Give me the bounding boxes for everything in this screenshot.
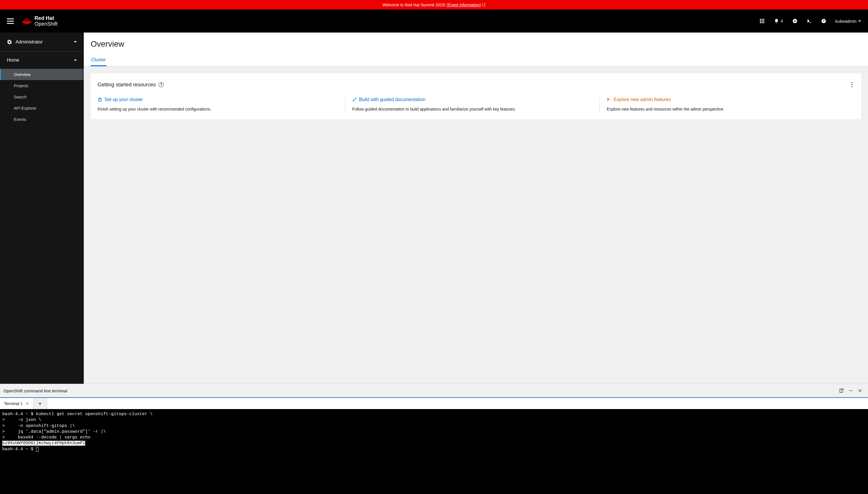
nav-toggle-button[interactable]: [7, 18, 14, 24]
notifications-button[interactable]: 4: [774, 18, 783, 24]
question-circle-icon: ?: [821, 18, 826, 24]
banner-link-text: (Event Information): [447, 3, 481, 7]
terminal-panel: OpenShift command line terminal Terminal…: [0, 384, 868, 494]
minimize-icon: [849, 388, 853, 393]
svg-rect-6: [760, 22, 761, 23]
getting-started-columns: Set up your clusterFinish setting up you…: [98, 97, 854, 112]
tab-cluster[interactable]: Cluster: [91, 54, 107, 66]
getting-started-column: Build with guided documentationFollow gu…: [345, 97, 600, 112]
import-button[interactable]: [792, 18, 797, 24]
nav-section-home[interactable]: Home: [0, 52, 84, 69]
card-actions-menu[interactable]: [850, 80, 854, 89]
perspective-switcher[interactable]: Administrator: [0, 33, 84, 52]
column-description: Follow guided documentation to build app…: [352, 106, 593, 112]
getting-started-column: Set up your clusterFinish setting up you…: [98, 97, 345, 112]
column-title: Explore new admin features: [614, 97, 671, 102]
terminal-tabs: Terminal 1 ✕ ＋: [0, 397, 868, 409]
caret-down-icon: [74, 41, 77, 43]
column-description: Explore new features and resources withi…: [607, 106, 847, 112]
username: kubeadmin: [835, 19, 856, 24]
banner-link[interactable]: (Event Information): [447, 3, 485, 7]
card-title: Getting started resources: [98, 82, 156, 88]
page-title: Overview: [84, 39, 868, 54]
terminal-tab[interactable]: Terminal 1 ✕: [0, 398, 33, 409]
body-row: Administrator Home OverviewProjectsSearc…: [0, 33, 868, 384]
terminal-tab-close[interactable]: ✕: [26, 401, 29, 406]
caret-down-icon: [858, 20, 861, 22]
brand-text: Red Hat OpenShift: [35, 16, 58, 26]
svg-rect-3: [760, 20, 761, 22]
chevron-down-icon: [74, 60, 77, 61]
svg-rect-7: [761, 22, 763, 23]
route-icon: [352, 97, 357, 102]
bell-icon: [774, 18, 779, 24]
terminal-minimize-button[interactable]: [846, 386, 855, 395]
app-launcher-button[interactable]: [759, 18, 765, 24]
sidebar: Administrator Home OverviewProjectsSearc…: [0, 33, 84, 384]
sidebar-item-projects[interactable]: Projects: [0, 80, 84, 91]
brand-line1: Red Hat: [35, 16, 58, 21]
user-menu-button[interactable]: kubeadmin: [835, 19, 861, 24]
sidebar-item-api-explorer[interactable]: API Explorer: [0, 102, 84, 114]
external-link-icon: [482, 3, 485, 7]
getting-started-link[interactable]: Set up your cluster: [98, 97, 338, 102]
terminal-button[interactable]: [807, 18, 812, 24]
sidebar-item-overview[interactable]: Overview: [0, 69, 84, 80]
getting-started-link[interactable]: Build with guided documentation: [352, 97, 593, 102]
grid-icon: [759, 18, 765, 24]
nav-section-label: Home: [7, 58, 74, 63]
masthead: Red Hat OpenShift 4 ? kubeadmin: [0, 10, 868, 33]
column-title: Set up your cluster: [104, 97, 143, 102]
banner-text: Welcome to Red Hat Summit 2023!: [383, 3, 445, 7]
flag-icon: [607, 97, 611, 102]
column-title: Build with guided documentation: [359, 97, 425, 102]
svg-rect-2: [763, 19, 765, 20]
terminal-body[interactable]: bash-4.4 ~ $ kubectl get secret openshif…: [0, 409, 868, 494]
terminal-close-button[interactable]: [855, 386, 865, 395]
redhat-hat-icon: [22, 17, 32, 25]
getting-started-link[interactable]: Explore new admin features: [607, 97, 847, 102]
brand-line2: OpenShift: [35, 21, 58, 26]
announcement-banner: Welcome to Red Hat Summit 2023! (Event I…: [0, 0, 868, 10]
help-button[interactable]: ?: [821, 18, 826, 24]
plus-circle-icon: [792, 18, 797, 24]
perspective-label: Administrator: [16, 39, 74, 45]
masthead-toolbar: 4 ? kubeadmin: [759, 18, 861, 24]
close-icon: [858, 388, 862, 393]
brand-logo[interactable]: Red Hat OpenShift: [22, 16, 58, 26]
content-area: Getting started resources ? Set up your …: [84, 66, 868, 384]
page-tabs: Cluster: [84, 54, 868, 66]
terminal-cursor: [36, 447, 39, 452]
help-icon[interactable]: ?: [159, 82, 164, 87]
svg-rect-4: [761, 20, 763, 22]
sidebar-item-search[interactable]: Search: [0, 91, 84, 102]
getting-started-card: Getting started resources ? Set up your …: [91, 73, 861, 119]
terminal-tab-label: Terminal 1: [4, 401, 23, 406]
gear-icon: [7, 39, 12, 45]
terminal-icon: [807, 18, 812, 24]
svg-rect-0: [760, 19, 761, 20]
column-description: Finish setting up your cluster with reco…: [98, 106, 338, 112]
sidebar-item-events[interactable]: Events: [0, 114, 84, 125]
svg-rect-8: [763, 22, 765, 23]
terminal-popout-button[interactable]: [837, 386, 846, 395]
getting-started-column: Explore new admin featuresExplore new fe…: [599, 97, 854, 112]
terminal-title: OpenShift command line terminal: [3, 388, 67, 393]
notification-count: 4: [781, 19, 783, 23]
svg-rect-5: [763, 20, 765, 22]
terminal-add-tab[interactable]: ＋: [33, 398, 47, 409]
main-content: Overview Cluster Getting started resourc…: [84, 33, 868, 384]
terminal-output-highlight: sz8XvUWY0DOGtlKchwyi4FHpkRn3umPl: [2, 441, 85, 445]
card-header: Getting started resources ?: [98, 80, 854, 89]
external-link-icon: [839, 388, 844, 393]
clipboard-icon: [98, 97, 102, 102]
svg-text:?: ?: [823, 19, 824, 23]
svg-rect-1: [761, 19, 763, 20]
terminal-titlebar: OpenShift command line terminal: [0, 384, 868, 397]
